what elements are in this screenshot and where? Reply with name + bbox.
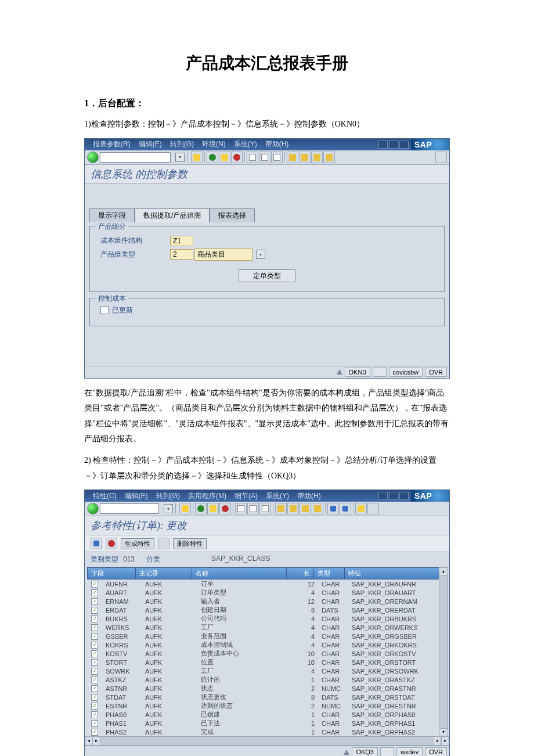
exit-icon[interactable] <box>207 503 219 514</box>
menu-help[interactable]: 帮助(H) <box>262 139 293 150</box>
row-checkbox[interactable]: ✓ <box>91 615 98 622</box>
row-checkbox[interactable]: ✓ <box>91 668 98 675</box>
command-field[interactable] <box>100 503 159 514</box>
tab-report-select[interactable]: 报表选择 <box>210 208 255 222</box>
menu-edit[interactable]: 编辑(E) <box>121 491 151 502</box>
col-char[interactable]: 特征 <box>345 568 446 579</box>
table-row[interactable]: ✓AUFNRAUFK订单12CHARSAP_KKR_ORAUFNR <box>87 579 447 588</box>
col-len[interactable]: 长 <box>287 568 314 579</box>
row-checkbox[interactable]: ✓ <box>91 642 98 649</box>
new-session-icon[interactable] <box>327 503 339 514</box>
row-checkbox[interactable]: ✓ <box>91 607 98 614</box>
row-checkbox[interactable]: ✓ <box>91 659 98 666</box>
row-checkbox[interactable]: ✓ <box>91 589 98 596</box>
scroll-right-icon[interactable]: ▸ <box>93 737 100 745</box>
table-row[interactable]: ✓KOKRSAUFK成本控制域4CHARSAP_KKR_ORKOKRS <box>87 640 447 649</box>
minimize-icon[interactable] <box>378 492 388 500</box>
order-type-button[interactable]: 定单类型 <box>239 269 295 282</box>
menu-help[interactable]: 帮助(H) <box>294 491 324 502</box>
enter-icon[interactable] <box>87 503 99 514</box>
col-field[interactable]: 字段 <box>88 568 136 579</box>
vertical-scrollbar[interactable]: ▴ ▾ <box>439 567 448 736</box>
menu-utilities[interactable]: 实用程序(M) <box>185 491 230 502</box>
checkbox-updated[interactable] <box>100 306 109 314</box>
command-field[interactable] <box>100 152 171 163</box>
maximize-icon[interactable] <box>389 141 398 149</box>
last-page-icon[interactable] <box>323 152 335 163</box>
input-product-type-text[interactable]: 商品类目 <box>194 249 252 261</box>
table-row[interactable]: ✓STDATAUFK状态更改8DATSSAP_KKR_ORSTDAT <box>87 693 447 701</box>
table-row[interactable]: ✓PHAS0AUFK已创建1CHARSAP_KKR_ORPHAS0 <box>87 710 447 719</box>
menu-characteristic[interactable]: 特性(C) <box>89 491 120 502</box>
tab-data-extract[interactable]: 数据提取/产品追溯 <box>135 208 210 222</box>
table-row[interactable]: ✓ERDATAUFK创建日期8DATSSAP_KKR_ORERDAT <box>87 606 447 614</box>
first-page-icon[interactable] <box>275 503 287 514</box>
row-checkbox[interactable]: ✓ <box>91 711 98 718</box>
menu-details[interactable]: 细节(A) <box>231 491 261 502</box>
table-row[interactable]: ✓ESTNRAUFK达到的状态2NUMCSAP_KKR_ORESTNR <box>87 701 447 710</box>
message-icon[interactable] <box>337 369 342 375</box>
close-icon[interactable] <box>399 492 409 500</box>
table-row[interactable]: ✓PHAS1AUFK已下达1CHARSAP_KKR_ORPHAS1 <box>87 719 447 728</box>
row-checkbox[interactable]: ✓ <box>91 703 98 710</box>
maximize-icon[interactable] <box>389 492 398 500</box>
cancel-icon[interactable] <box>231 152 243 163</box>
row-checkbox[interactable]: ✓ <box>91 685 98 692</box>
menu-goto[interactable]: 转到(G) <box>153 491 183 502</box>
scroll-right-icon[interactable]: ▸ <box>441 737 449 745</box>
table-row[interactable]: ✓ERNAMAUFK输入者12CHARSAP_KKR_ORERNAM <box>87 597 447 606</box>
find-next-icon[interactable] <box>271 152 283 163</box>
layout-icon[interactable] <box>435 152 447 163</box>
save-icon[interactable] <box>191 152 203 163</box>
command-dropdown-icon[interactable]: ▾ <box>164 504 173 513</box>
col-record[interactable]: 主记录 <box>136 568 192 579</box>
row-checkbox[interactable]: ✓ <box>91 676 98 683</box>
find-next-icon[interactable] <box>259 503 271 514</box>
menu-system[interactable]: 系统(Y) <box>262 491 293 502</box>
find-icon[interactable] <box>259 152 270 163</box>
first-page-icon[interactable] <box>287 152 298 163</box>
dropdown-icon[interactable]: ▾ <box>256 250 265 259</box>
scroll-left-icon[interactable]: ◂ <box>85 737 93 745</box>
close-icon[interactable] <box>399 141 409 149</box>
menu-env[interactable]: 环境(N) <box>199 139 229 150</box>
horizontal-scrollbar[interactable]: ◂ ▸ ◂ ▸ <box>85 736 449 746</box>
table-row[interactable]: ✓BUKRSAUFK公司代码4CHARSAP_KKR_ORBUKRS <box>87 614 447 623</box>
command-dropdown-icon[interactable]: ▾ <box>175 153 185 162</box>
row-checkbox[interactable]: ✓ <box>91 720 98 727</box>
table-row[interactable]: ✓KOSTVAUFK负责成本中心10CHARSAP_KKR_ORKOSTV <box>87 649 447 658</box>
tab-display-fields[interactable]: 显示字段 <box>89 208 135 222</box>
row-checkbox[interactable]: ✓ <box>91 694 98 701</box>
menu-goto[interactable]: 转到(G) <box>167 139 197 150</box>
table-row[interactable]: ✓ASTKZAUFK统计的1CHARSAP_KKR_ORASTKZ <box>87 675 447 684</box>
trash-icon[interactable] <box>158 538 169 549</box>
row-checkbox[interactable]: ✓ <box>91 633 98 640</box>
prev-page-icon[interactable] <box>287 503 299 514</box>
minimize-icon[interactable] <box>378 141 388 149</box>
execute-icon[interactable] <box>106 538 117 549</box>
table-row[interactable]: ✓SOWRKAUFK工厂4CHARSAP_KKR_ORSOWRK <box>87 667 447 675</box>
back-icon[interactable] <box>207 152 218 163</box>
shortcut-icon[interactable] <box>340 503 351 514</box>
menu-system[interactable]: 系统(Y) <box>230 139 261 150</box>
delete-char-button[interactable]: 删除特性 <box>173 538 207 549</box>
enter-icon[interactable] <box>87 152 99 163</box>
menu-edit[interactable]: 编辑(E) <box>135 139 165 150</box>
table-row[interactable]: ✓GSBERAUFK业务范围4CHARSAP_KKR_ORGSBER <box>87 632 447 640</box>
last-page-icon[interactable] <box>312 503 323 514</box>
row-checkbox[interactable]: ✓ <box>91 598 98 605</box>
table-row[interactable]: ✓STORTAUFK位置10CHARSAP_KKR_ORSTORT <box>87 658 447 667</box>
scroll-left-icon[interactable]: ◂ <box>434 737 441 745</box>
col-type[interactable]: 类型 <box>314 568 345 579</box>
input-cost-struct[interactable]: Z1 <box>170 236 193 246</box>
layout-icon[interactable] <box>367 503 379 514</box>
row-checkbox[interactable]: ✓ <box>91 624 98 631</box>
row-checkbox[interactable]: ✓ <box>91 650 98 657</box>
cancel-icon[interactable] <box>219 503 231 514</box>
find-icon[interactable] <box>247 503 259 514</box>
print-icon[interactable] <box>247 152 258 163</box>
table-row[interactable]: ✓ASTNRAUFK状态2NUMCSAP_KKR_ORASTNR <box>87 684 447 693</box>
table-row[interactable]: ✓AUARTAUFK订单类型4CHARSAP_KKR_ORAUART <box>87 588 447 597</box>
help-icon[interactable] <box>355 503 367 514</box>
table-row[interactable]: ✓PHAS2AUFK完成1CHARSAP_KKR_ORPHAS2 <box>87 728 447 736</box>
